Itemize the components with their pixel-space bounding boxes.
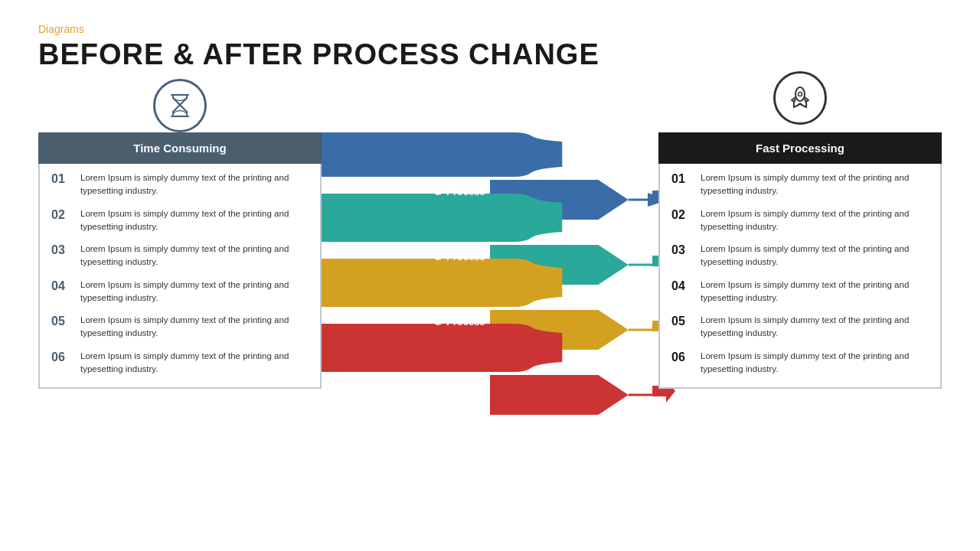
left-list-item: 01 Lorem Ipsum is simply dummy text of t… (51, 171, 309, 198)
right-list-item: 05 Lorem Ipsum is simply dummy text of t… (671, 314, 929, 341)
hourglass-icon (153, 79, 207, 132)
left-panel: Time Consuming 01 Lorem Ipsum is simply … (38, 132, 322, 389)
left-item-text: Lorem Ipsum is simply dummy text of the … (80, 350, 309, 377)
right-panel-header: Fast Processing (658, 132, 942, 164)
right-item-text: Lorem Ipsum is simply dummy text of the … (701, 207, 929, 234)
right-item-number: 03 (671, 243, 693, 257)
right-item-number: 05 (671, 314, 693, 328)
left-item-number: 01 (51, 171, 73, 186)
right-item-text: Lorem Ipsum is simply dummy text of the … (701, 314, 929, 341)
left-item-number: 05 (51, 314, 73, 328)
bands-wrapper: ⚙ Process ⚙ Process ⚙ Process ⚙ Process (322, 132, 658, 439)
right-list-item: 02 Lorem Ipsum is simply dummy text of t… (671, 207, 929, 234)
left-item-number: 06 (51, 350, 73, 364)
right-item-number: 04 (671, 279, 693, 293)
rocket-icon (773, 71, 827, 125)
right-list-item: 04 Lorem Ipsum is simply dummy text of t… (671, 279, 929, 305)
page-wrapper: Diagrams BEFORE & AFTER PROCESS CHANGE T… (0, 0, 980, 551)
right-item-number: 01 (671, 171, 693, 186)
right-item-number: 06 (671, 350, 693, 364)
right-item-number: 02 (671, 207, 693, 222)
left-list-item: 06 Lorem Ipsum is simply dummy text of t… (51, 350, 309, 377)
content-area: Time Consuming 01 Lorem Ipsum is simply … (38, 86, 942, 439)
center-svg (322, 132, 658, 439)
left-panel-header: Time Consuming (38, 132, 322, 164)
left-list-item: 02 Lorem Ipsum is simply dummy text of t… (51, 207, 309, 234)
center-visual: ⚙ Process ⚙ Process ⚙ Process ⚙ Process (322, 86, 658, 439)
left-list-item: 04 Lorem Ipsum is simply dummy text of t… (51, 279, 309, 305)
left-list-item: 05 Lorem Ipsum is simply dummy text of t… (51, 314, 309, 341)
left-list-item: 03 Lorem Ipsum is simply dummy text of t… (51, 243, 309, 269)
main-title: BEFORE & AFTER PROCESS CHANGE (38, 38, 942, 71)
right-panel: Fast Processing 01 Lorem Ipsum is simply… (658, 132, 942, 389)
left-item-text: Lorem Ipsum is simply dummy text of the … (80, 314, 309, 341)
right-item-text: Lorem Ipsum is simply dummy text of the … (701, 350, 929, 377)
right-panel-body: 01 Lorem Ipsum is simply dummy text of t… (658, 164, 942, 389)
right-list-item: 06 Lorem Ipsum is simply dummy text of t… (671, 350, 929, 377)
left-item-number: 02 (51, 207, 73, 222)
right-list-item: 03 Lorem Ipsum is simply dummy text of t… (671, 243, 929, 269)
svg-point-6 (795, 87, 805, 101)
left-panel-body: 01 Lorem Ipsum is simply dummy text of t… (38, 164, 322, 389)
left-item-number: 04 (51, 279, 73, 293)
right-list-item: 01 Lorem Ipsum is simply dummy text of t… (671, 171, 929, 198)
left-item-number: 03 (51, 243, 73, 257)
right-item-text: Lorem Ipsum is simply dummy text of the … (701, 171, 929, 198)
right-item-text: Lorem Ipsum is simply dummy text of the … (701, 279, 929, 305)
left-item-text: Lorem Ipsum is simply dummy text of the … (80, 243, 309, 269)
left-item-text: Lorem Ipsum is simply dummy text of the … (80, 279, 309, 305)
left-item-text: Lorem Ipsum is simply dummy text of the … (80, 207, 309, 234)
right-item-text: Lorem Ipsum is simply dummy text of the … (701, 243, 929, 269)
category-label: Diagrams (38, 23, 942, 35)
svg-point-7 (799, 93, 802, 96)
left-item-text: Lorem Ipsum is simply dummy text of the … (80, 171, 309, 198)
